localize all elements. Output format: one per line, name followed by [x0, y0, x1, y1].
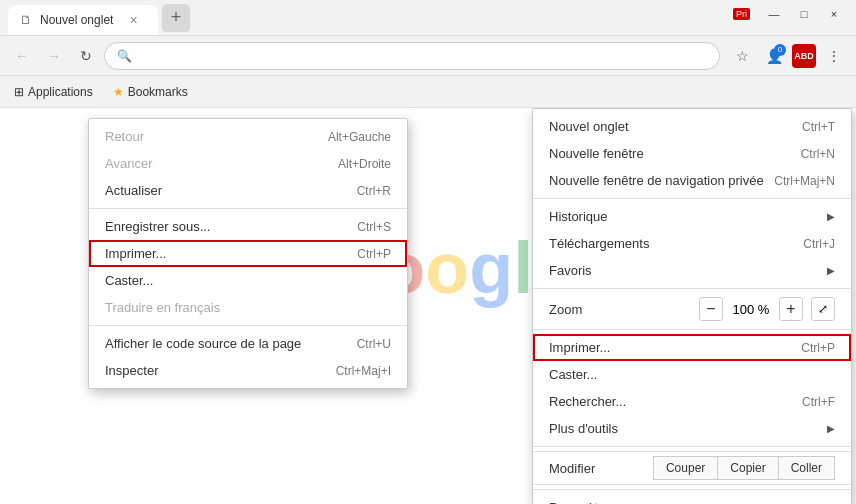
favorites-arrow-icon: ▶ — [827, 265, 835, 276]
menu-item-new-window-label: Nouvelle fenêtre — [549, 146, 644, 161]
address-input[interactable] — [138, 48, 707, 63]
menu-item-inspect[interactable]: Inspecter Ctrl+Maj+I — [89, 357, 407, 384]
menu-item-back[interactable]: Retour Alt+Gauche — [89, 123, 407, 150]
star-icon: ☆ — [736, 48, 749, 64]
menu-item-private[interactable]: Nouvelle fenêtre de navigation privée Ct… — [533, 167, 851, 194]
menu-item-cast-right-label: Caster... — [549, 367, 597, 382]
notification-badge: 0 — [774, 44, 786, 56]
context-menu-right: Nouvel onglet Ctrl+T Nouvelle fenêtre Ct… — [532, 108, 852, 504]
menu-item-translate-label: Traduire en français — [105, 300, 220, 315]
pri-badge: Pri — [733, 8, 750, 20]
cut-button[interactable]: Couper — [653, 456, 718, 480]
avatar-button[interactable]: ABD — [792, 44, 816, 68]
menu-item-refresh-label: Actualiser — [105, 183, 162, 198]
avatar-text: ABD — [794, 51, 814, 61]
menu-item-private-shortcut: Ctrl+Maj+N — [774, 174, 835, 188]
menu-item-downloads[interactable]: Téléchargements Ctrl+J — [533, 230, 851, 257]
tab-title: Nouvel onglet — [40, 13, 113, 27]
history-arrow-icon: ▶ — [827, 211, 835, 222]
menu-item-forward-label: Avancer — [105, 156, 152, 171]
menu-item-history[interactable]: Historique ▶ — [533, 203, 851, 230]
zoom-value: 100 % — [731, 302, 771, 317]
apps-bookmark[interactable]: ⊞ Applications — [8, 83, 99, 101]
menu-item-favorites-label: Favoris — [549, 263, 592, 278]
browser-tab[interactable]: 🗋 Nouvel onglet × — [8, 5, 158, 35]
menu-item-forward[interactable]: Avancer Alt+Droite — [89, 150, 407, 177]
menu-item-view-source-shortcut: Ctrl+U — [357, 337, 391, 351]
paste-button[interactable]: Coller — [779, 456, 835, 480]
menu-dots-icon: ⋮ — [827, 48, 841, 64]
menu-item-cast-label: Caster... — [105, 273, 153, 288]
account-button[interactable]: 👤 0 — [760, 42, 788, 70]
menu-item-print-left-shortcut: Ctrl+P — [357, 247, 391, 261]
modify-row: Modifier Couper Copier Coller — [533, 451, 851, 485]
more-tools-arrow-icon: ▶ — [827, 423, 835, 434]
menu-item-print-left-label: Imprimer... — [105, 246, 166, 261]
menu-item-print-right-label: Imprimer... — [549, 340, 610, 355]
new-tab-button[interactable]: + — [162, 4, 190, 32]
bookmarks-bar: ⊞ Applications ★ Bookmarks — [0, 76, 856, 108]
nav-icons: ☆ 👤 0 ABD ⋮ — [728, 42, 848, 70]
reload-button[interactable]: ↻ — [72, 42, 100, 70]
menu-separator-2 — [89, 325, 407, 326]
menu-separator-r4 — [533, 446, 851, 447]
zoom-in-button[interactable]: + — [779, 297, 803, 321]
title-bar: 🗋 Nouvel onglet × + Pri — □ × — [0, 0, 856, 36]
menu-item-refresh-shortcut: Ctrl+R — [357, 184, 391, 198]
forward-button[interactable]: → — [40, 42, 68, 70]
zoom-label: Zoom — [549, 302, 691, 317]
menu-item-inspect-shortcut: Ctrl+Maj+I — [336, 364, 391, 378]
menu-item-find-shortcut: Ctrl+F — [802, 395, 835, 409]
bookmarks-star-icon: ★ — [113, 85, 124, 99]
tab-close-button[interactable]: × — [129, 12, 137, 28]
nav-bar: ← → ↻ 🔍 ☆ 👤 0 ABD ⋮ — [0, 36, 856, 76]
menu-item-new-window[interactable]: Nouvelle fenêtre Ctrl+N — [533, 140, 851, 167]
zoom-row: Zoom − 100 % + ⤢ — [533, 293, 851, 325]
apps-grid-icon: ⊞ — [14, 85, 24, 99]
minimize-button[interactable]: — — [760, 4, 788, 24]
menu-item-history-label: Historique — [549, 209, 608, 224]
back-button[interactable]: ← — [8, 42, 36, 70]
menu-separator-r3 — [533, 329, 851, 330]
menu-item-new-tab[interactable]: Nouvel onglet Ctrl+T — [533, 113, 851, 140]
menu-item-downloads-shortcut: Ctrl+J — [803, 237, 835, 251]
menu-item-back-shortcut: Alt+Gauche — [328, 130, 391, 144]
menu-item-print-left[interactable]: Imprimer... Ctrl+P — [89, 240, 407, 267]
menu-item-print-right[interactable]: Imprimer... Ctrl+P — [533, 334, 851, 361]
menu-item-settings[interactable]: Paramètres — [533, 494, 851, 504]
chrome-menu-button[interactable]: ⋮ — [820, 42, 848, 70]
copy-button[interactable]: Copier — [718, 456, 778, 480]
menu-item-cast-right[interactable]: Caster... — [533, 361, 851, 388]
menu-item-print-right-shortcut: Ctrl+P — [801, 341, 835, 355]
maximize-button[interactable]: □ — [790, 4, 818, 24]
menu-separator-r2 — [533, 288, 851, 289]
menu-item-back-label: Retour — [105, 129, 144, 144]
bookmarks-item[interactable]: ★ Bookmarks — [107, 83, 194, 101]
menu-item-save[interactable]: Enregistrer sous... Ctrl+S — [89, 213, 407, 240]
menu-separator-r1 — [533, 198, 851, 199]
zoom-out-button[interactable]: − — [699, 297, 723, 321]
menu-item-new-window-shortcut: Ctrl+N — [801, 147, 835, 161]
menu-item-new-tab-shortcut: Ctrl+T — [802, 120, 835, 134]
search-icon: 🔍 — [117, 49, 132, 63]
menu-item-refresh[interactable]: Actualiser Ctrl+R — [89, 177, 407, 204]
main-content: G o o g l e Retour Alt+Gauche Avancer Al… — [0, 108, 856, 504]
address-bar[interactable]: 🔍 — [104, 42, 720, 70]
menu-item-translate[interactable]: Traduire en français — [89, 294, 407, 321]
close-button[interactable]: × — [820, 4, 848, 24]
menu-item-more-tools[interactable]: Plus d'outils ▶ — [533, 415, 851, 442]
menu-item-cast[interactable]: Caster... — [89, 267, 407, 294]
menu-item-save-label: Enregistrer sous... — [105, 219, 211, 234]
menu-item-view-source-label: Afficher le code source de la page — [105, 336, 301, 351]
menu-item-forward-shortcut: Alt+Droite — [338, 157, 391, 171]
menu-item-new-tab-label: Nouvel onglet — [549, 119, 629, 134]
zoom-fullscreen-button[interactable]: ⤢ — [811, 297, 835, 321]
menu-item-inspect-label: Inspecter — [105, 363, 158, 378]
menu-item-find-label: Rechercher... — [549, 394, 626, 409]
menu-item-view-source[interactable]: Afficher le code source de la page Ctrl+… — [89, 330, 407, 357]
menu-item-find[interactable]: Rechercher... Ctrl+F — [533, 388, 851, 415]
menu-item-favorites[interactable]: Favoris ▶ — [533, 257, 851, 284]
bookmark-star-button[interactable]: ☆ — [728, 42, 756, 70]
menu-separator-r5 — [533, 489, 851, 490]
menu-item-settings-label: Paramètres — [549, 500, 616, 504]
